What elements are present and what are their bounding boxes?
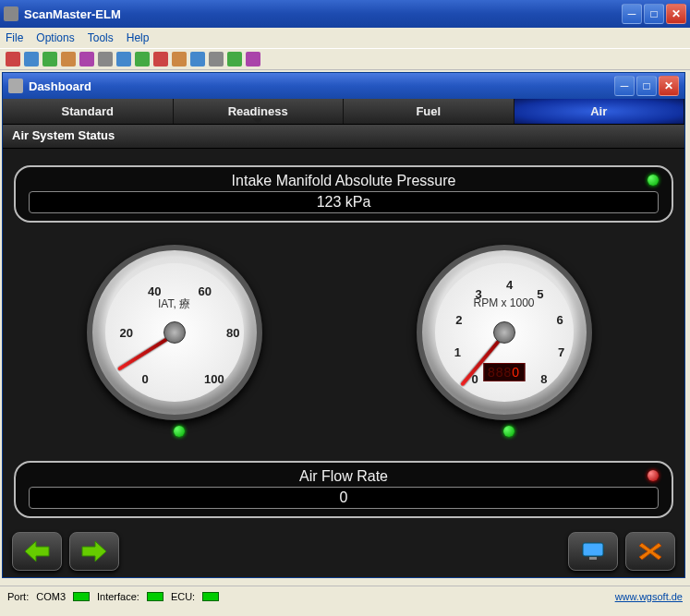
minimize-button[interactable]: ─ [622,4,642,24]
airflow-value: 0 [29,487,659,509]
gauge-tick: 40 [148,284,161,297]
toolbar-icon[interactable] [61,52,76,66]
interface-led-icon [147,592,163,601]
gauges-row: IAT, 療 020406080100 RPM x 1000 012345678 [14,236,673,448]
toolbar-icon[interactable] [153,52,168,66]
dashboard-close-button[interactable]: ✕ [659,76,679,96]
toolbar-icon[interactable] [135,52,150,66]
dashboard-icon [8,79,23,93]
monitor-button[interactable] [568,532,618,571]
tab-fuel[interactable]: Fuel [344,99,514,124]
tab-air[interactable]: Air [514,99,685,124]
status-port-label: Port: [7,591,29,602]
gauge-hub-icon [493,321,515,344]
gauge-tick: 4 [506,278,513,292]
bottom-bar [3,525,684,577]
toolbar-icon[interactable] [116,52,131,66]
gauge-tick: 20 [120,325,133,339]
tabs: Standard Readiness Fuel Air [3,99,684,125]
dashboard-minimize-button[interactable]: ─ [614,76,635,96]
iat-gauge: IAT, 療 020406080100 [87,245,272,439]
ecu-led-icon [202,592,219,601]
gauge-tick: 100 [204,372,224,386]
subtitle: Air System Status [3,125,684,149]
svg-rect-0 [583,543,603,556]
menu-help[interactable]: Help [127,31,150,44]
menu-file[interactable]: File [6,31,23,44]
airflow-title: Air Flow Rate [29,468,659,485]
status-port-value: COM3 [36,591,66,602]
status-link[interactable]: www.wgsoft.de [615,591,683,602]
gauge-tick: 0 [142,372,149,386]
rpm-led-icon [503,426,514,437]
tab-readiness[interactable]: Readiness [174,99,345,124]
toolbar-icon[interactable] [42,52,57,66]
statusbar: Port: COM3 Interface: ECU: www.wgsoft.de [0,586,690,606]
cancel-button[interactable] [625,532,675,571]
dashboard-maximize-button[interactable]: □ [636,76,657,96]
gauge-tick: 7 [558,345,564,359]
arrow-right-icon [80,539,108,563]
svg-rect-1 [589,557,597,560]
port-led-icon [73,592,90,601]
status-interface-label: Interface: [97,591,139,602]
menubar: File Options Tools Help [0,28,690,48]
status-ecu-label: ECU: [171,591,195,602]
menu-tools[interactable]: Tools [88,31,114,44]
gauge-tick: 2 [455,313,462,327]
airflow-panel: Air Flow Rate 0 [14,461,673,518]
rpm-gauge: RPM x 1000 012345678 8880 [417,245,601,439]
maximize-button[interactable]: □ [644,4,664,24]
app-icon [4,6,18,21]
gauge-tick: 1 [454,345,461,359]
iat-gauge-label: IAT, 療 [92,296,257,312]
prev-button[interactable] [12,532,62,571]
iat-led-icon [174,426,185,437]
toolbar-icon[interactable] [190,52,205,66]
arrow-left-icon [23,539,51,563]
close-button[interactable]: ✕ [666,4,686,24]
gauge-tick: 60 [198,284,211,297]
toolbar-icon[interactable] [98,52,113,66]
toolbar-icon[interactable] [246,52,260,66]
close-x-icon [636,539,664,563]
toolbar-icon[interactable] [227,52,242,66]
toolbar-icon[interactable] [6,52,20,66]
dashboard-window: Dashboard ─ □ ✕ Standard Readiness Fuel … [2,72,685,578]
gauge-tick: 8 [540,372,547,386]
intake-title: Intake Manifold Absolute Pressure [29,173,659,189]
dashboard-titlebar: Dashboard ─ □ ✕ [3,73,684,99]
intake-value: 123 kPa [29,191,659,213]
gauge-tick: 80 [226,325,239,339]
gauge-tick: 3 [476,287,482,301]
app-titlebar: ScanMaster-ELM ─ □ ✕ [0,0,690,28]
toolbar-icon[interactable] [24,52,39,66]
tab-standard[interactable]: Standard [3,99,174,124]
toolbar-icon[interactable] [209,52,224,66]
intake-panel: Intake Manifold Absolute Pressure 123 kP… [14,165,673,223]
airflow-led-icon [648,470,659,481]
toolbar-icon[interactable] [79,52,94,66]
menu-options[interactable]: Options [36,31,74,44]
gauge-tick: 5 [537,287,543,301]
gauge-tick: 6 [556,313,563,327]
monitor-icon [579,539,607,563]
intake-led-icon [648,175,659,186]
toolbar [0,48,690,70]
dashboard-title: Dashboard [29,79,91,93]
toolbar-icon[interactable] [172,52,187,66]
rpm-digital: 8880 [483,363,525,381]
rpm-gauge-label: RPM x 1000 [422,296,587,309]
gauge-hub-icon [163,321,186,344]
app-title: ScanMaster-ELM [24,7,121,21]
next-button[interactable] [69,532,119,571]
